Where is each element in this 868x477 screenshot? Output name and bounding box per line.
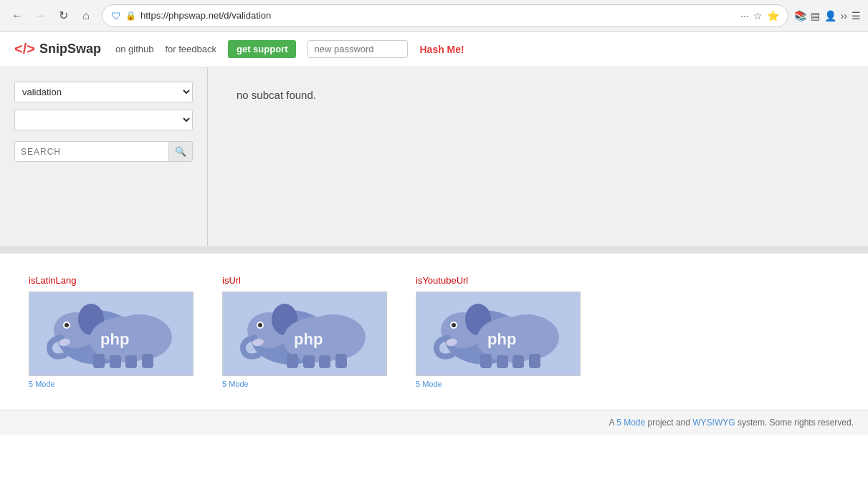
lock-icon: 🔒	[125, 11, 136, 21]
snippet-card: isLatinLang	[29, 275, 194, 388]
svg-point-17	[258, 323, 262, 327]
back-button[interactable]: ←	[7, 6, 27, 26]
footer: A 5 Mode project and WYSIWYG system. Som…	[0, 410, 868, 435]
header-nav: on github for feedback get support Hash …	[115, 40, 464, 58]
address-bar-actions: ··· ☆ ⭐	[740, 10, 779, 21]
php-elephant-svg: php	[39, 298, 183, 370]
get-support-button[interactable]: get support	[228, 40, 297, 58]
svg-text:php: php	[100, 330, 129, 348]
logo: </> SnipSwap	[14, 41, 101, 57]
svg-rect-9	[125, 355, 137, 368]
svg-rect-35	[512, 355, 524, 368]
hash-me-button[interactable]: Hash Me!	[419, 44, 464, 55]
search-box: 🔍	[14, 141, 193, 162]
php-elephant-svg: php	[233, 298, 376, 370]
snippets-section: isLatinLang	[0, 254, 868, 410]
more-icon[interactable]: ···	[740, 10, 749, 21]
shield-icon: 🛡	[111, 10, 121, 21]
profile-icon[interactable]: 👤	[824, 10, 836, 21]
snippet-title[interactable]: isLatinLang	[29, 275, 194, 286]
snippets-grid: isLatinLang	[29, 275, 839, 388]
logo-icon: </>	[14, 41, 35, 57]
footer-mode-link[interactable]: 5 Mode	[616, 418, 645, 428]
feedback-link[interactable]: for feedback	[165, 44, 216, 54]
library-icon[interactable]: 📚	[794, 10, 806, 21]
snippet-image[interactable]: php	[416, 292, 581, 376]
svg-rect-36	[529, 354, 540, 368]
subcategory-select[interactable]	[14, 110, 193, 130]
browser-chrome: ← → ↻ ⌂ 🛡 🔒 https://phpswap.net/d/valida…	[0, 0, 868, 32]
app-header: </> SnipSwap on github for feedback get …	[0, 32, 868, 67]
svg-rect-22	[319, 355, 330, 368]
snippet-mode: 5 Mode	[29, 380, 194, 388]
category-select[interactable]: validation	[14, 82, 193, 102]
mode-link[interactable]: 5 Mode	[416, 380, 442, 388]
browser-toolbar-right: 📚 ▤ 👤 ›› ☰	[794, 10, 861, 21]
svg-rect-34	[497, 355, 508, 368]
url-text: https://phpswap.net/d/validation	[140, 10, 736, 21]
reader-icon[interactable]: ▤	[811, 10, 820, 21]
svg-text:php: php	[487, 330, 516, 348]
snippet-title[interactable]: isYoutubeUrl	[416, 275, 581, 286]
php-elephant-svg: php	[426, 298, 570, 370]
footer-text-suffix: system. Some rights reserved.	[738, 418, 854, 428]
content-area: no subcat found.	[208, 67, 868, 246]
main-container: validation 🔍 no subcat found.	[0, 67, 868, 246]
overflow-icon[interactable]: ››	[841, 10, 847, 21]
svg-rect-23	[335, 354, 347, 368]
nav-buttons: ← → ↻ ⌂	[7, 6, 96, 26]
footer-text-middle: project and	[648, 418, 690, 428]
snippet-image[interactable]: php	[222, 292, 387, 376]
footer-text-prefix: A	[609, 418, 614, 428]
logo-text: SnipSwap	[39, 42, 101, 57]
svg-rect-33	[480, 354, 492, 368]
password-input[interactable]	[307, 40, 408, 58]
svg-point-4	[65, 323, 69, 327]
star-icon[interactable]: ⭐	[767, 10, 779, 21]
snippet-card: isYoutubeUrl php	[416, 275, 581, 388]
menu-icon[interactable]: ☰	[852, 10, 861, 21]
search-button[interactable]: 🔍	[168, 142, 192, 161]
address-bar[interactable]: 🛡 🔒 https://phpswap.net/d/validation ···…	[102, 4, 788, 27]
forward-button[interactable]: →	[30, 6, 50, 26]
svg-rect-7	[93, 354, 105, 368]
github-link[interactable]: on github	[115, 44, 154, 54]
snippet-card: isUrl php	[222, 275, 387, 388]
snippet-mode: 5 Mode	[222, 380, 387, 388]
bookmark-icon[interactable]: ☆	[753, 10, 763, 21]
snippet-title[interactable]: isUrl	[222, 275, 387, 286]
reload-button[interactable]: ↻	[53, 6, 73, 26]
mode-link[interactable]: 5 Mode	[29, 380, 55, 388]
search-input[interactable]	[15, 143, 168, 161]
sidebar: validation 🔍	[0, 67, 208, 246]
snippet-image[interactable]: php	[29, 292, 194, 376]
snippet-mode: 5 Mode	[416, 380, 581, 388]
home-button[interactable]: ⌂	[76, 6, 96, 26]
svg-point-30	[452, 323, 456, 327]
svg-rect-8	[110, 355, 121, 368]
mode-link[interactable]: 5 Mode	[222, 380, 249, 388]
no-subcat-message: no subcat found.	[237, 89, 316, 101]
footer-wysiwyg-link[interactable]: WYSIWYG	[692, 418, 735, 428]
svg-rect-20	[287, 354, 298, 368]
section-divider	[0, 246, 868, 254]
svg-rect-10	[142, 354, 153, 368]
svg-text:php: php	[294, 330, 323, 348]
svg-rect-21	[303, 355, 315, 368]
